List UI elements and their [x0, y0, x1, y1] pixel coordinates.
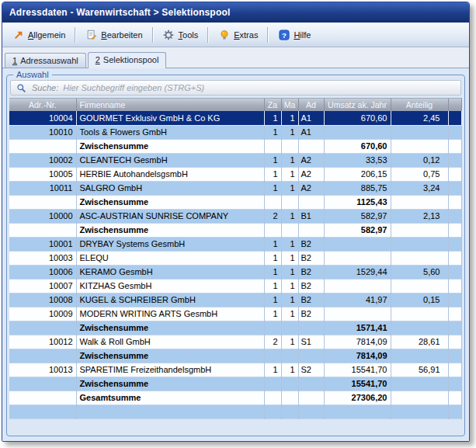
table-row[interactable]: 10004GOURMET Exklusiv GmbH & Co KG11A167… [9, 111, 462, 125]
table-row[interactable]: 10005HERBIE AutohandelsgsmbH11A2206,150,… [9, 167, 462, 181]
cell-filler [448, 307, 462, 321]
toolbar-button-bearbeiten[interactable]: Bearbeiten [79, 26, 148, 43]
table-row-subtotal[interactable]: Zwischensumme582,97 [9, 223, 462, 237]
toolbar-button-extras[interactable]: Extras [212, 26, 264, 43]
cell-ma [281, 349, 298, 363]
cell-firmenname: ASC-AUSTRIAN SUNRISE COMPANY [76, 209, 264, 223]
cell-umsatz: 1571,41 [324, 321, 391, 335]
toolbar-separator [267, 27, 269, 43]
cell-firmenname: Gesamtsumme [76, 391, 264, 405]
column-header-firmenname[interactable]: Firmenname [76, 99, 264, 111]
cell-ma: 1 [281, 209, 298, 223]
cell-filler [448, 391, 462, 405]
table-row-subtotal[interactable]: Zwischensumme15541,70 [9, 377, 462, 391]
table-row[interactable]: 10003ELEQU11B2 [9, 251, 462, 265]
table-row[interactable]: 10006KERAMO GesmbH11B21529,445,60 [9, 265, 462, 279]
table-row[interactable]: 10011SALGRO GmbH11A2885,753,24 [9, 181, 462, 195]
cell-anteilig [391, 251, 448, 265]
cell-ma [281, 139, 298, 153]
table-row-subtotal[interactable]: Zwischensumme1125,43 [9, 195, 462, 209]
cell-umsatz: 670,60 [324, 111, 391, 125]
cell-ma [281, 195, 298, 209]
svg-text:?: ? [282, 30, 287, 39]
window-title: Adressdaten - Warenwirtschaft > Selektio… [9, 7, 231, 18]
table-row[interactable]: 10010Tools & Flowers GmbH11A1 [9, 125, 462, 139]
cell-umsatz: 33,53 [324, 153, 391, 167]
table-row[interactable]: 10008KUGEL & SCHREIBER GmbH11B241,970,15 [9, 293, 462, 307]
column-header-ad[interactable]: Ad [298, 99, 324, 111]
cell-ma: 1 [281, 181, 298, 195]
tab-selektionspool[interactable]: 2Selektionspool [88, 52, 167, 68]
table-row-subtotal[interactable]: Zwischensumme670,60 [9, 139, 462, 153]
table-row[interactable]: 10000ASC-AUSTRIAN SUNRISE COMPANY21B1582… [9, 209, 462, 223]
cell-firmenname: Tools & Flowers GmbH [76, 125, 264, 139]
table-row[interactable]: 10009MODERN WRITING ARTS GesmbH11B2 [9, 307, 462, 321]
cell-anteilig: 3,24 [391, 181, 448, 195]
toolbar-label: Hilfe [294, 30, 311, 40]
column-header-adr-nr[interactable]: Adr.-Nr. [9, 99, 76, 111]
cell-umsatz: 41,97 [324, 293, 391, 307]
toolbar-button-tools[interactable]: Tools [157, 26, 205, 43]
search-input-placeholder[interactable]: Hier Suchbegriff eingeben (STRG+S) [63, 83, 204, 92]
table-row-subtotal[interactable]: Zwischensumme7814,09 [9, 349, 462, 363]
toolbar-button-allgemein[interactable]: Allgemein [6, 26, 71, 43]
cell-filler [448, 125, 462, 139]
cell-za [264, 139, 281, 153]
cell-za [264, 405, 281, 418]
cell-ma: 1 [281, 125, 298, 139]
cell-adr-nr: 10010 [9, 125, 76, 139]
table-row[interactable]: 10012Walk & Roll GmbH21S17814,0928,61 [9, 335, 462, 349]
cell-umsatz: 27306,20 [324, 391, 391, 405]
cell-ma: 1 [281, 307, 298, 321]
toolbar-button-hilfe[interactable]: ? Hilfe [272, 26, 317, 43]
cell-ad: B2 [298, 293, 324, 307]
cell-adr-nr: 10003 [9, 251, 76, 265]
table-row[interactable]: 10013SPARETIME FreizeithandelsgmbH11S215… [9, 363, 462, 377]
table-row[interactable]: 10001DRYBAY Systems GesmbH11B2 [9, 237, 462, 251]
column-header-ma[interactable]: Ma [281, 99, 298, 111]
cell-filler [448, 321, 462, 335]
table-row-total[interactable]: Gesamtsumme27306,20 [9, 391, 462, 405]
cell-filler [448, 279, 462, 293]
column-header-za[interactable]: Za [264, 99, 281, 111]
cell-umsatz [324, 307, 391, 321]
cell-ma: 1 [281, 153, 298, 167]
cell-ad [298, 321, 324, 335]
table-row-empty [9, 405, 462, 418]
column-header-umsatz[interactable]: Umsatz ak. Jahr [324, 99, 391, 111]
toolbar-label: Bearbeiten [101, 30, 142, 40]
selection-table: Adr.-Nr. Firmenname Za Ma Ad Umsatz ak. … [9, 98, 462, 433]
cell-firmenname: Zwischensumme [76, 349, 264, 363]
table-row[interactable]: 10007KITZHAS GesmbH11B2 [9, 279, 462, 293]
toolbar-label: Allgemein [28, 30, 65, 40]
cell-ad [298, 391, 324, 405]
tab-adressauswahl[interactable]: 1Adressauswahl [5, 53, 86, 68]
cell-ma: 1 [281, 335, 298, 349]
cell-umsatz [324, 251, 391, 265]
cell-za: 1 [264, 153, 281, 167]
search-bar[interactable]: Suche: Hier Suchbegriff eingeben (STRG+S… [10, 80, 461, 96]
cell-anteilig [391, 223, 448, 237]
table-row[interactable]: 10002CLEANTECH GesmbH11A233,530,12 [9, 153, 462, 167]
table-row-subtotal[interactable]: Zwischensumme1571,41 [9, 321, 462, 335]
cell-ad: B2 [298, 237, 324, 251]
column-header-anteilig[interactable]: Anteilig [391, 99, 448, 111]
cell-firmenname: KUGEL & SCHREIBER GmbH [76, 293, 264, 307]
cell-adr-nr: 10000 [9, 209, 76, 223]
toolbar-separator [75, 27, 76, 43]
cell-filler [448, 363, 462, 377]
cell-filler [448, 377, 462, 391]
cell-anteilig [391, 321, 448, 335]
edit-document-icon [85, 29, 97, 40]
column-header-filler [448, 99, 462, 111]
cell-filler [448, 265, 462, 279]
cell-umsatz: 582,97 [324, 209, 391, 223]
cell-za: 1 [264, 363, 281, 377]
cell-ad: A2 [298, 153, 324, 167]
cell-za [264, 195, 281, 209]
toolbar: Allgemein Bearbeiten Tools Extras ? [2, 23, 469, 47]
cell-firmenname: ELEQU [76, 251, 264, 265]
cell-adr-nr [9, 349, 76, 363]
cell-adr-nr: 10013 [9, 363, 76, 377]
cell-anteilig: 56,91 [391, 363, 448, 377]
